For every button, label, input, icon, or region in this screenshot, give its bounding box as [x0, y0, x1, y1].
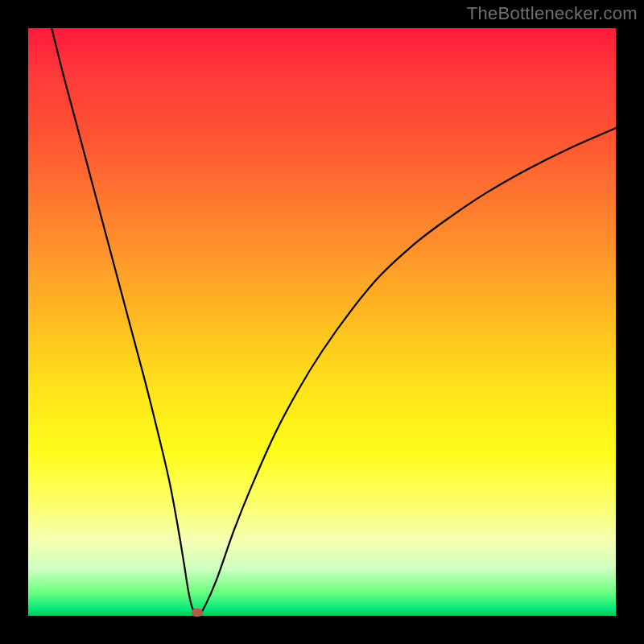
- bottleneck-curve: [52, 28, 616, 615]
- curve-svg: [28, 28, 616, 616]
- chart-frame: TheBottlenecker.com: [0, 0, 644, 644]
- plot-area: [28, 28, 616, 616]
- optimal-marker: [192, 609, 203, 617]
- watermark-text: TheBottlenecker.com: [467, 3, 638, 24]
